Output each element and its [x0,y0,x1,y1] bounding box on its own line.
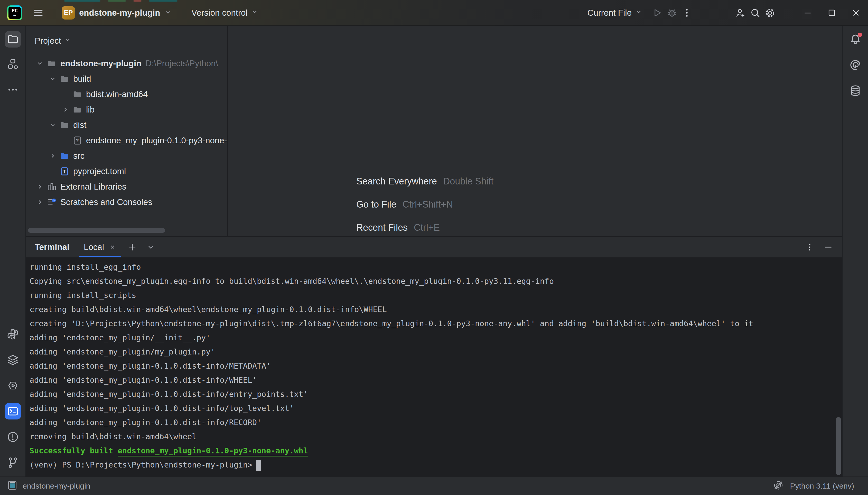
shortcut-action: Recent Files [356,222,408,233]
terminal-line: creating build\bdist.win-amd64\wheel\end… [30,302,842,317]
tree-item-bdist-win-amd64[interactable]: bdist.win-amd64 [26,87,227,102]
terminal-tool-window: Terminal Local [26,236,842,477]
terminal-tab-dropdown-icon[interactable] [143,240,158,254]
folder-icon [72,89,83,100]
more-actions-icon[interactable] [679,5,694,20]
folder-icon [59,73,70,85]
folder-icon [59,119,70,131]
tree-item-external-libraries[interactable]: External Libraries [26,179,227,194]
chevron-down-icon[interactable] [35,58,45,69]
terminal-line: Copying src\endstone_my_plugin.egg-info … [30,274,842,288]
terminal-success-line: Successfully built endstone_my_plugin-0.… [30,444,842,458]
notifications-icon[interactable] [847,31,864,48]
terminal-icon[interactable] [5,403,21,420]
tree-item-src[interactable]: src [26,148,227,164]
shortcut-action: Go to File [356,199,396,210]
shortcut-keys: Ctrl+Shift+N [403,199,453,210]
horizontal-scrollbar-thumb[interactable] [28,228,165,233]
libraries-icon [46,181,57,192]
terminal-line: creating 'D:\Projects\Python\endstone-my… [30,317,842,330]
window-preview-icon [7,480,18,493]
vertical-scrollbar-thumb[interactable] [836,417,841,475]
project-tool-window: Project endstone-my-pluginD:\Projects\Py… [26,26,228,236]
python-console-icon[interactable] [5,377,21,394]
tree-item-pyproject-toml[interactable]: Tpyproject.toml [26,164,227,179]
folder-source-icon [59,150,70,161]
terminal-cursor [256,460,261,471]
pycharm-window: PC– EP endstone-my-plugin Version contro… [0,0,868,495]
ai-assistant-icon[interactable] [847,57,864,73]
version-control-icon[interactable] [5,455,21,471]
tree-item-build[interactable]: build [26,71,227,87]
terminal-tab-local[interactable]: Local [79,237,121,257]
run-icon[interactable] [650,5,665,20]
background-window-edge [64,0,100,2]
run-configuration-widget[interactable]: Current File [588,8,643,18]
project-widget[interactable]: EP endstone-my-plugin [59,5,174,21]
tree-item-lib[interactable]: lib [26,102,227,117]
project-panel-header[interactable]: Project [26,26,227,49]
terminal-line: adding 'endstone_my_plugin-0.1.0.dist-in… [30,387,842,401]
terminal-line: adding 'endstone_my_plugin-0.1.0.dist-in… [30,373,842,387]
problems-icon[interactable] [5,429,21,445]
tree-item-label: dist [73,120,86,130]
new-terminal-tab-icon[interactable] [125,240,139,254]
pycharm-logo: PC– [7,5,22,20]
chevron-right-icon[interactable] [61,105,71,115]
chevron-right-icon[interactable] [35,182,45,192]
shortcut-hint-search-everywhere: Search EverywhereDouble Shift [356,170,493,193]
tree-item-label: src [73,151,85,161]
chevron-down-icon [64,36,71,46]
terminal-line: adding 'endstone_my_plugin/my_plugin.py' [30,345,842,359]
status-bar: endstone-my-plugin Python 3.11 (venv) [0,477,868,495]
hide-tool-window-icon[interactable] [821,240,835,254]
close-icon[interactable] [844,1,868,24]
terminal-line: adding 'endstone_my_plugin-0.1.0.dist-in… [30,359,842,373]
code-with-me-icon[interactable] [733,5,748,20]
minimize-icon[interactable] [796,1,820,24]
file-toml-icon: T [59,166,70,177]
tab-close-icon[interactable] [109,243,116,251]
structure-icon[interactable] [5,56,21,72]
terminal-prompt-line: (venv) PS D:\Projects\Python\endstone-my… [30,458,842,472]
version-control-widget[interactable]: Version control [191,8,258,18]
titlebar-right: Current File [588,1,868,24]
settings-gear-icon[interactable] [763,5,778,20]
menu-icon[interactable] [31,5,46,20]
left-toolbar [0,26,26,477]
debug-icon[interactable] [665,5,679,20]
tree-item-endstone-my-plugin-0-1-0-py3-none-any-whl[interactable]: ?endstone_my_plugin-0.1.0-py3-none-any.w… [26,133,227,148]
folder-icon [72,104,83,115]
terminal-output[interactable]: running install_egg_infoCopying src\ends… [26,257,842,477]
search-icon[interactable] [748,5,763,20]
tree-item-label: build [73,74,91,84]
terminal-line: removing build\bdist.win-amd64\wheel [30,429,842,444]
interpreter-widget[interactable]: Python 3.11 (venv) [772,479,854,493]
tree-item-label: External Libraries [61,182,126,192]
chevron-down-icon[interactable] [48,74,58,84]
database-icon[interactable] [847,83,864,99]
prompt-text: (venv) PS D:\Projects\Python\endstone-my… [30,460,252,469]
tree-item-scratches-and-consoles[interactable]: Scratches and Consoles [26,194,227,210]
more-icon[interactable] [5,82,21,98]
wheel-file-link[interactable]: endstone_my_plugin-0.1.0-py3-none-any.wh… [118,446,308,455]
svg-text:T: T [63,169,66,174]
notification-badge [858,33,862,37]
python-packages-icon[interactable] [5,326,21,342]
tree-item-label: endstone_my_plugin-0.1.0-py3-none-any.wh… [86,136,228,146]
shortcut-keys: Double Shift [443,176,493,187]
tree-item-path-hint: D:\Projects\Python\ [146,58,218,68]
file-unknown-icon: ? [72,135,83,146]
tree-item-label: bdist.win-amd64 [86,89,148,99]
project-folder-icon[interactable] [5,31,21,48]
tree-item-label: endstone-my-plugin [61,58,141,68]
chevron-right-icon[interactable] [48,151,58,161]
interpreter-label: Python 3.11 (venv) [790,482,854,490]
tree-item-dist[interactable]: dist [26,117,227,133]
chevron-down-icon[interactable] [48,120,58,130]
tree-item-endstone-my-plugin[interactable]: endstone-my-pluginD:\Projects\Python\ [26,56,227,71]
terminal-options-icon[interactable] [802,240,817,254]
maximize-icon[interactable] [820,1,844,24]
chevron-right-icon[interactable] [35,197,45,207]
services-icon[interactable] [5,352,21,368]
